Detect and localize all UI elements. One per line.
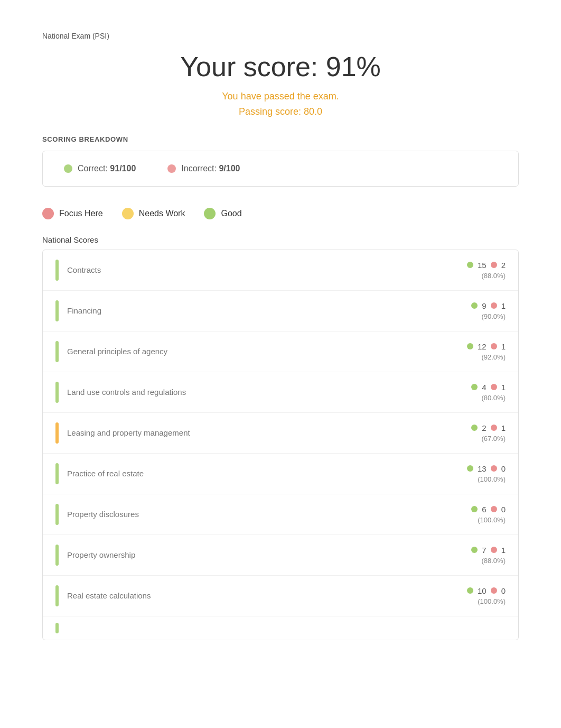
correct-count: 9 (482, 301, 486, 310)
score-numbers: 10 0 (467, 586, 506, 595)
score-numbers: 2 1 (471, 423, 506, 432)
legend-good: Good (204, 208, 241, 219)
incorrect-dot (167, 164, 176, 173)
partial-row (43, 616, 518, 640)
row-indicator (55, 585, 59, 606)
score-numbers: 15 2 (467, 261, 506, 270)
exam-label: National Exam (PSI) (42, 32, 519, 40)
incorrect-count: 0 (501, 586, 506, 595)
table-row: Land use controls and regulations 4 1 (8… (43, 372, 518, 413)
incorrect-count: 1 (501, 423, 506, 432)
score-pct: (100.0%) (478, 597, 506, 605)
correct-count: 13 (478, 464, 487, 473)
row-name: Financing (67, 306, 434, 315)
score-pct: (88.0%) (481, 272, 506, 280)
correct-indicator (467, 465, 473, 472)
legend-section: Focus Here Needs Work Good (42, 208, 519, 219)
correct-count: 6 (482, 505, 486, 514)
incorrect-indicator (491, 547, 497, 553)
table-row: Financing 9 1 (90.0%) (43, 291, 518, 331)
incorrect-label: Incorrect: 9/100 (181, 164, 240, 173)
incorrect-indicator (491, 425, 497, 431)
table-row: Practice of real estate 13 0 (100.0%) (43, 454, 518, 494)
incorrect-item: Incorrect: 9/100 (167, 164, 240, 173)
incorrect-indicator (491, 384, 497, 390)
row-scores: 7 1 (88.0%) (442, 546, 506, 565)
incorrect-count: 1 (501, 383, 506, 392)
row-indicator (55, 341, 59, 362)
incorrect-indicator (491, 587, 497, 594)
row-name: Practice of real estate (67, 469, 434, 478)
incorrect-count: 1 (501, 546, 506, 555)
correct-count: 7 (482, 546, 486, 555)
focus-here-label: Focus Here (59, 209, 103, 218)
needs-work-label: Needs Work (139, 209, 185, 218)
good-icon (204, 208, 216, 219)
correct-indicator (467, 587, 473, 594)
row-indicator (55, 422, 59, 444)
row-indicator (55, 300, 59, 321)
row-name: Real estate calculations (67, 591, 434, 600)
row-scores: 4 1 (80.0%) (442, 383, 506, 402)
correct-indicator (471, 506, 478, 512)
score-numbers: 13 0 (467, 464, 506, 473)
correct-item: Correct: 91/100 (64, 164, 136, 173)
correct-indicator (471, 302, 478, 309)
incorrect-count: 1 (501, 301, 506, 310)
row-indicator (55, 504, 59, 525)
row-name: General principles of agency (67, 347, 434, 356)
table-row: Contracts 15 2 (88.0%) (43, 250, 518, 291)
correct-indicator (471, 384, 478, 390)
correct-count: 2 (482, 423, 486, 432)
score-pct: (90.0%) (481, 312, 506, 320)
correct-count: 12 (478, 342, 487, 351)
row-name: Contracts (67, 265, 434, 274)
row-name: Leasing and property management (67, 428, 434, 437)
breakdown-box: Correct: 91/100 Incorrect: 9/100 (42, 151, 519, 187)
row-scores: 2 1 (67.0%) (442, 423, 506, 443)
table-row: Real estate calculations 10 0 (100.0%) (43, 576, 518, 616)
incorrect-indicator (491, 465, 497, 472)
score-title: Your score: 91% (42, 51, 519, 82)
incorrect-count: 0 (501, 505, 506, 514)
score-numbers: 7 1 (471, 546, 506, 555)
incorrect-indicator (491, 506, 497, 512)
score-numbers: 9 1 (471, 301, 506, 310)
correct-label: Correct: 91/100 (78, 164, 136, 173)
correct-count: 4 (482, 383, 486, 392)
correct-indicator (471, 547, 478, 553)
incorrect-indicator (491, 343, 497, 349)
row-name: Property ownership (67, 550, 434, 559)
score-pct: (100.0%) (478, 475, 506, 483)
correct-count: 10 (478, 586, 487, 595)
row-indicator (55, 545, 59, 566)
row-scores: 15 2 (88.0%) (442, 261, 506, 280)
table-row: Property ownership 7 1 (88.0%) (43, 535, 518, 576)
score-pct: (92.0%) (481, 353, 506, 361)
row-indicator (55, 260, 59, 281)
score-numbers: 4 1 (471, 383, 506, 392)
score-section: Your score: 91% You have passed the exam… (42, 51, 519, 119)
incorrect-count: 2 (501, 261, 506, 270)
score-pct: (100.0%) (478, 516, 506, 524)
row-indicator (55, 382, 59, 403)
legend-needs-work: Needs Work (122, 208, 185, 219)
row-scores: 6 0 (100.0%) (442, 505, 506, 524)
scoring-breakdown-label: SCORING BREAKDOWN (42, 135, 519, 143)
correct-indicator (467, 262, 473, 268)
row-scores: 10 0 (100.0%) (442, 586, 506, 605)
row-scores: 13 0 (100.0%) (442, 464, 506, 483)
score-pct: (67.0%) (481, 435, 506, 443)
partial-indicator (55, 623, 59, 633)
national-scores-label: National Scores (42, 235, 519, 244)
incorrect-indicator (491, 262, 497, 268)
focus-here-icon (42, 208, 54, 219)
table-row: Leasing and property management 2 1 (67.… (43, 413, 518, 454)
correct-count: 15 (478, 261, 487, 270)
row-scores: 9 1 (90.0%) (442, 301, 506, 320)
incorrect-indicator (491, 302, 497, 309)
scores-table: Contracts 15 2 (88.0%) Financing 9 1 (42, 250, 519, 640)
incorrect-count: 1 (501, 342, 506, 351)
score-numbers: 12 1 (467, 342, 506, 351)
correct-dot (64, 164, 72, 173)
